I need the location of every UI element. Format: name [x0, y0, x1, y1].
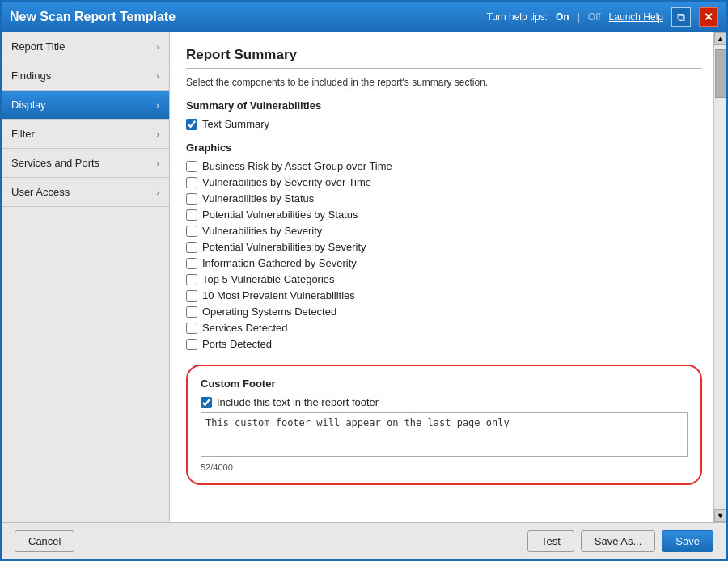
checkbox-row-vuln-severity-time: Vulnerabilities by Severity over Time — [186, 176, 702, 188]
sidebar-item-label-display: Display — [11, 99, 46, 111]
checkbox-services-detected[interactable] — [186, 323, 197, 334]
custom-footer-textarea[interactable] — [201, 412, 688, 457]
graphics-items: Business Risk by Asset Group over TimeVu… — [186, 160, 702, 350]
close-button[interactable]: ✕ — [699, 7, 718, 27]
checkbox-row-vuln-severity: Vulnerabilities by Severity — [186, 225, 702, 237]
checkbox-vuln-status[interactable] — [186, 193, 197, 205]
checkbox-row-top5-vuln-categories: Top 5 Vulnerable Categories — [186, 273, 702, 285]
summary-items: Text Summary — [186, 118, 702, 130]
sidebar-item-label-report-title: Report Title — [11, 40, 65, 53]
checkbox-top5-vuln-categories[interactable] — [186, 274, 197, 285]
label-os-detected[interactable]: Operating Systems Detected — [202, 306, 336, 318]
checkbox-business-risk[interactable] — [186, 161, 197, 172]
checkbox-row-vuln-status: Vulnerabilities by Status — [186, 192, 702, 205]
checkbox-row-potential-vuln-status: Potential Vulnerabilities by Status — [186, 209, 702, 221]
graphics-title: Graphics — [186, 141, 702, 154]
custom-footer-title: Custom Footer — [201, 378, 688, 390]
scroll-thumb[interactable] — [715, 49, 726, 98]
char-count: 52/4000 — [201, 462, 688, 472]
sidebar-item-display[interactable]: Display› — [2, 91, 169, 120]
include-footer-row: Include this text in the report footer — [201, 396, 688, 408]
sidebar-item-user-access[interactable]: User Access› — [2, 178, 169, 207]
section-divider — [186, 68, 702, 69]
label-potential-vuln-severity[interactable]: Potential Vulnerabilities by Severity — [202, 241, 366, 253]
save-button[interactable]: Save — [662, 530, 713, 552]
sidebar-item-filter[interactable]: Filter› — [2, 120, 169, 149]
checkbox-row-potential-vuln-severity: Potential Vulnerabilities by Severity — [186, 241, 702, 253]
content-scroll[interactable]: Report Summary Select the components to … — [170, 32, 726, 522]
checkbox-info-gathered-severity[interactable] — [186, 258, 197, 269]
label-10-most-prevalent[interactable]: 10 Most Prevalent Vulnerabilities — [202, 289, 355, 302]
window-title: New Scan Report Template — [10, 10, 176, 24]
main-window: New Scan Report Template Turn help tips:… — [0, 0, 728, 561]
content-area: Report Summary Select the components to … — [170, 32, 726, 522]
chevron-icon: › — [156, 188, 159, 197]
checkbox-row-info-gathered-severity: Information Gathered by Severity — [186, 257, 702, 269]
include-footer-label[interactable]: Include this text in the report footer — [217, 396, 379, 408]
section-subtitle: Select the components to be included in … — [186, 77, 702, 88]
section-title: Report Summary — [186, 47, 702, 63]
checkbox-row-business-risk: Business Risk by Asset Group over Time — [186, 160, 702, 172]
save-as-button[interactable]: Save As... — [581, 530, 656, 552]
scroll-up-button[interactable]: ▲ — [714, 32, 727, 45]
sidebar-item-label-filter: Filter — [11, 128, 35, 140]
custom-footer-section: Custom Footer Include this text in the r… — [186, 365, 702, 485]
checkbox-potential-vuln-status[interactable] — [186, 209, 197, 221]
checkbox-row-text-summary: Text Summary — [186, 118, 702, 130]
sidebar-item-findings[interactable]: Findings› — [2, 61, 169, 91]
sidebar-item-label-findings: Findings — [11, 70, 51, 82]
checkbox-os-detected[interactable] — [186, 306, 197, 318]
label-info-gathered-severity[interactable]: Information Gathered by Severity — [202, 257, 357, 269]
chevron-icon: › — [156, 42, 159, 52]
scroll-down-button[interactable]: ▼ — [714, 509, 727, 522]
include-footer-checkbox[interactable] — [201, 397, 212, 408]
label-vuln-status[interactable]: Vulnerabilities by Status — [202, 192, 314, 205]
chevron-icon: › — [156, 158, 159, 168]
checkbox-vuln-severity[interactable] — [186, 226, 197, 237]
label-vuln-severity-time[interactable]: Vulnerabilities by Severity over Time — [202, 176, 371, 188]
sidebar-item-label-user-access: User Access — [11, 186, 70, 198]
test-button[interactable]: Test — [527, 530, 574, 552]
label-vuln-severity[interactable]: Vulnerabilities by Severity — [202, 225, 322, 237]
title-bar: New Scan Report Template Turn help tips:… — [2, 2, 726, 32]
label-business-risk[interactable]: Business Risk by Asset Group over Time — [202, 160, 392, 172]
label-potential-vuln-status[interactable]: Potential Vulnerabilities by Status — [202, 209, 358, 221]
help-off[interactable]: Off — [588, 11, 601, 23]
launch-help-link[interactable]: Launch Help — [609, 11, 663, 23]
popout-button[interactable]: ⧉ — [671, 7, 691, 27]
checkbox-row-ports-detected: Ports Detected — [186, 338, 702, 350]
checkbox-ports-detected[interactable] — [186, 339, 197, 350]
footer-right: Test Save As... Save — [527, 530, 713, 552]
sidebar: Report Title›Findings›Display›Filter›Ser… — [2, 32, 170, 522]
checkbox-row-services-detected: Services Detected — [186, 322, 702, 334]
chevron-icon: › — [156, 100, 159, 110]
chevron-icon: › — [156, 71, 159, 81]
sidebar-item-report-title[interactable]: Report Title› — [2, 32, 169, 61]
help-tips-label: Turn help tips: — [486, 11, 548, 23]
label-ports-detected[interactable]: Ports Detected — [202, 338, 272, 350]
checkbox-vuln-severity-time[interactable] — [186, 177, 197, 188]
cancel-button[interactable]: Cancel — [15, 530, 74, 552]
checkbox-row-os-detected: Operating Systems Detected — [186, 306, 702, 318]
main-layout: Report Title›Findings›Display›Filter›Ser… — [2, 32, 726, 522]
checkbox-row-10-most-prevalent: 10 Most Prevalent Vulnerabilities — [186, 289, 702, 302]
title-bar-right: Turn help tips: On | Off Launch Help ⧉ ✕ — [486, 7, 718, 27]
label-services-detected[interactable]: Services Detected — [202, 322, 288, 334]
help-on[interactable]: On — [556, 11, 569, 23]
sidebar-item-services-and-ports[interactable]: Services and Ports› — [2, 149, 169, 178]
checkbox-10-most-prevalent[interactable] — [186, 290, 197, 302]
summary-title: Summary of Vulnerabilities — [186, 99, 702, 112]
sidebar-item-label-services-and-ports: Services and Ports — [11, 157, 99, 169]
scrollbar-track: ▲ ▼ — [713, 32, 726, 522]
label-top5-vuln-categories[interactable]: Top 5 Vulnerable Categories — [202, 273, 335, 285]
checkbox-potential-vuln-severity[interactable] — [186, 242, 197, 253]
help-sep: | — [578, 11, 580, 23]
chevron-icon: › — [156, 129, 159, 139]
checkbox-text-summary[interactable] — [186, 119, 197, 130]
footer-bar: Cancel Test Save As... Save — [2, 522, 726, 559]
label-text-summary[interactable]: Text Summary — [202, 118, 269, 130]
footer-left: Cancel — [15, 530, 74, 552]
